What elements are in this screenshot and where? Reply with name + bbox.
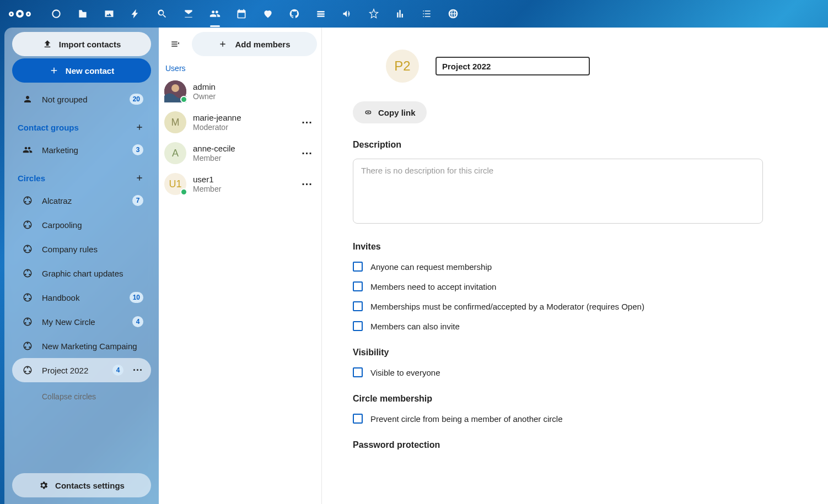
circle-avatar: P2 (386, 50, 419, 83)
announce-icon[interactable] (342, 8, 353, 19)
svg-point-14 (27, 270, 29, 272)
checkbox-option[interactable]: Visible to everyone (353, 367, 785, 377)
password-header: Password protection (353, 440, 785, 450)
circle-icon (22, 195, 33, 206)
sidebar-item-circle[interactable]: New Marketing Campaing··· (12, 334, 151, 358)
star-icon[interactable] (368, 8, 379, 19)
member-row[interactable]: U1user1Member··· (159, 169, 321, 199)
sidebar-item-label: Project 2022 (42, 366, 104, 375)
health-icon[interactable] (262, 8, 273, 19)
svg-point-23 (25, 322, 26, 324)
sidebar-item-label: Collapse circles (42, 392, 143, 401)
svg-point-6 (27, 221, 29, 223)
more-icon[interactable]: ··· (298, 147, 316, 160)
checkbox-option[interactable]: Prevent circle from being a member of an… (353, 414, 785, 424)
sidebar-item-group[interactable]: Marketing3 (12, 138, 151, 162)
more-icon[interactable]: ··· (132, 365, 143, 376)
member-role: Owner (193, 92, 316, 101)
new-contact-button[interactable]: New contact (12, 58, 151, 83)
copy-link-button[interactable]: Copy link (353, 101, 427, 123)
checkbox-label: Members need to accept invitation (370, 282, 496, 291)
circle-icon (22, 316, 33, 327)
sidebar-item-circle[interactable]: My New Circle4··· (12, 310, 151, 334)
svg-point-11 (25, 250, 26, 251)
member-row[interactable]: adminOwner (159, 76, 321, 107)
sidebar-item-circle[interactable]: Company rules··· (12, 237, 151, 261)
members-section-label: Users (159, 61, 321, 76)
member-row[interactable]: Aanne-cecileMember··· (159, 138, 321, 169)
circle-icon (22, 340, 33, 351)
activity-icon[interactable] (130, 8, 141, 19)
contacts-settings-label: Contacts settings (55, 481, 125, 490)
sidebar-item-label: Alcatraz (42, 196, 123, 205)
sidebar-item-label: Carpooling (42, 220, 143, 230)
checkbox-label: Anyone can request membership (370, 262, 492, 272)
checkbox-option[interactable]: Members can also invite (353, 321, 785, 331)
contacts-icon[interactable] (209, 8, 221, 19)
svg-point-30 (27, 367, 29, 368)
collapse-panel-button[interactable] (163, 32, 187, 56)
checkbox-option[interactable]: Members need to accept invitation (353, 281, 785, 291)
search-icon[interactable] (157, 8, 168, 19)
analytics-icon[interactable] (395, 8, 406, 19)
sidebar-item-label: Not grouped (42, 95, 121, 104)
more-icon[interactable]: ··· (298, 116, 316, 129)
sidebar-item-circle[interactable]: Carpooling··· (12, 213, 151, 237)
app-logo[interactable] (9, 10, 31, 18)
collapse-circles-button[interactable]: Collapse circles (12, 384, 151, 409)
calendar-icon[interactable] (236, 8, 247, 19)
import-contacts-label: Import contacts (59, 40, 121, 49)
circle-header: P2 (386, 50, 785, 83)
member-name: admin (193, 82, 316, 92)
github-icon[interactable] (289, 8, 300, 19)
checkbox-option[interactable]: Memberships must be confirmed/accepted b… (353, 301, 785, 311)
link-icon (364, 108, 373, 117)
svg-point-28 (29, 346, 30, 348)
sidebar-item-circle[interactable]: Alcatraz7··· (12, 188, 151, 213)
description-textarea[interactable] (353, 159, 763, 224)
dashboard-icon[interactable] (51, 8, 62, 19)
add-circle-button[interactable] (133, 172, 146, 184)
svg-point-22 (27, 318, 29, 320)
checkbox-option[interactable]: Anyone can request membership (353, 262, 785, 272)
count-badge: 4 (132, 316, 143, 327)
checkbox-icon (353, 414, 363, 424)
count-badge: 3 (132, 144, 143, 155)
web-icon[interactable] (448, 8, 459, 19)
checkbox-label: Visible to everyone (370, 368, 440, 377)
sidebar-item-circle[interactable]: Project 20224··· (12, 358, 151, 382)
photos-icon[interactable] (104, 8, 115, 19)
top-bar (0, 0, 828, 28)
more-icon[interactable]: ··· (298, 178, 316, 191)
circle-title-input[interactable] (435, 57, 590, 75)
tasks-icon[interactable] (421, 8, 432, 19)
description-header: Description (353, 140, 785, 150)
deck-icon[interactable] (315, 8, 326, 19)
section-circles: Circles (8, 162, 155, 188)
member-name: user1 (193, 175, 292, 185)
mail-icon[interactable] (183, 8, 194, 19)
svg-point-32 (29, 371, 30, 372)
add-members-button[interactable]: Add members (192, 32, 317, 56)
add-group-button[interactable] (133, 121, 146, 133)
member-row[interactable]: Mmarie-jeanneModerator··· (159, 107, 321, 138)
checkbox-icon (353, 262, 363, 272)
sidebar-item-label: My New Circle (42, 317, 123, 327)
member-name: marie-jeanne (193, 113, 292, 123)
sidebar: Import contacts New contact Not grouped … (4, 28, 159, 504)
sidebar-item-circle[interactable]: Handbook10··· (12, 285, 151, 310)
checkbox-icon (353, 321, 363, 331)
person-icon (22, 94, 33, 105)
files-icon[interactable] (77, 8, 88, 19)
contacts-settings-button[interactable]: Contacts settings (12, 473, 151, 497)
checkbox-label: Prevent circle from being a member of an… (370, 414, 562, 424)
circle-icon (22, 219, 33, 230)
sidebar-item-not-grouped[interactable]: Not grouped 20 (12, 87, 151, 111)
import-contacts-button[interactable]: Import contacts (12, 32, 151, 56)
svg-point-26 (27, 343, 29, 344)
svg-point-18 (27, 294, 29, 296)
count-badge: 10 (130, 292, 143, 303)
gear-icon (39, 480, 49, 490)
circle-icon (22, 268, 33, 279)
sidebar-item-circle[interactable]: Graphic chart updates··· (12, 261, 151, 285)
